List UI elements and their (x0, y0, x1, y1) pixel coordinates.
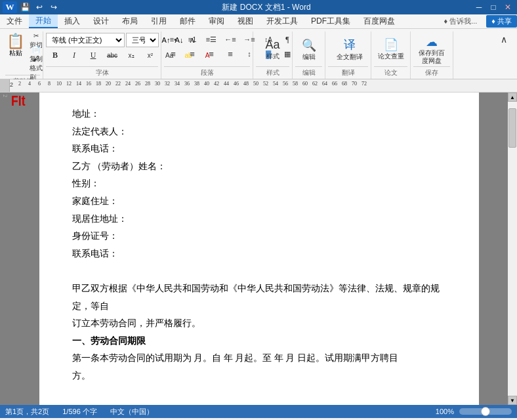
ribbon: 📋 粘贴 ✂ 剪切 📄 复制 🖌 (0, 29, 517, 79)
copy-icon: 📄 (32, 46, 40, 53)
multilevel-button[interactable]: ≡☰ (202, 33, 220, 46)
zoom-level: 100% (436, 408, 454, 415)
menu-home[interactable]: 开始 (29, 14, 58, 28)
legal-basis-line: 甲乙双方根据《中华人民共和国劳动和《中华人民共和国劳动法》等法律、法规、规章的规… (72, 280, 440, 315)
menu-share[interactable]: ♦ 共享 (486, 15, 517, 28)
title-bar: W 💾 ↩ ↪ 新建 DOCX 文档1 - Word ─ □ ✕ (0, 0, 517, 14)
word-icon: W (3, 1, 17, 13)
translate-label: 翻译 (328, 66, 368, 77)
quick-undo-btn[interactable]: ↩ (33, 1, 46, 13)
address-line: 地址： (72, 106, 440, 123)
search-icon: 🔍 (302, 38, 316, 52)
numbering-button[interactable]: ≡1 (183, 33, 201, 46)
font-name-selector[interactable]: 等线 (中文正文) (46, 33, 125, 47)
menu-references[interactable]: 引用 (144, 14, 173, 28)
styles-icon: Aa (265, 38, 279, 52)
menu-pdf-tools[interactable]: PDF工具集 (304, 14, 357, 28)
align-left-button[interactable]: ≡ (164, 47, 182, 60)
left-gutter: 2 (0, 93, 10, 405)
bold-button[interactable]: B (46, 49, 64, 62)
home-address-line: 家庭住址： (72, 193, 440, 211)
collapse-ribbon-button[interactable]: ∧ (495, 33, 513, 46)
party-b-line: 乙方 （劳动者）姓名： (72, 158, 440, 176)
justify-button[interactable]: ≡ (221, 47, 239, 60)
menu-mailings[interactable]: 邮件 (173, 14, 202, 28)
translate-icon: 译 (344, 37, 356, 52)
menu-ask[interactable]: ♦ 告诉我... (437, 15, 484, 28)
cloud-save-icon: ☁ (426, 35, 438, 49)
subscript-button[interactable]: x₂ (122, 49, 140, 62)
paragraph-label: 段落 (164, 66, 250, 77)
editing-button[interactable]: 🔍 编辑 (295, 33, 322, 66)
zoom-slider[interactable] (459, 408, 512, 415)
save-label: 保存 (413, 66, 450, 77)
id-number-line: 身份证号： (72, 228, 440, 245)
paper-proofread-button[interactable]: 📄 论文查重 (373, 33, 409, 66)
format-painter-button[interactable]: 🖌 格式刷 (27, 62, 45, 75)
decrease-indent-button[interactable]: ←≡ (221, 33, 239, 46)
align-right-button[interactable]: ≡ (202, 47, 220, 60)
window-title: 新建 DOCX 文档1 - Word (62, 2, 471, 13)
menu-file[interactable]: 文件 (0, 14, 29, 28)
commitment-line: 订立本劳动合同，并严格履行。 (72, 315, 440, 333)
font-size-selector[interactable]: 三号 (126, 33, 159, 47)
superscript-button[interactable]: x² (141, 49, 159, 62)
page-container: FIt 地址： 法定代表人： 联系电话： 乙方 （劳动者）姓名： 性别： 家庭住… (10, 93, 508, 405)
current-address-line: 现居住地址： (72, 211, 440, 228)
scroll-track (508, 102, 517, 396)
bullets-button[interactable]: ≡• (164, 33, 182, 46)
empty-line (72, 262, 440, 280)
scroll-up-button[interactable]: ▲ (508, 93, 517, 102)
save-to-cloud-button[interactable]: ☁ 保存到百度网盘 (413, 33, 450, 66)
save-section: ☁ 保存到百度网盘 保存 (411, 32, 453, 79)
ruler-left-indent (0, 79, 10, 92)
phone-line-2: 联系电话： (72, 245, 440, 263)
paste-label: 粘贴 (9, 49, 22, 58)
fit-text-label: FIt (11, 93, 26, 110)
menu-review[interactable]: 审阅 (202, 14, 231, 28)
menu-view[interactable]: 视图 (231, 14, 260, 28)
menu-baidu-pan[interactable]: 百度网盘 (357, 14, 402, 28)
paste-icon: 📋 (7, 34, 24, 49)
zoom-thumb[interactable] (481, 407, 490, 416)
menu-layout[interactable]: 布局 (115, 14, 144, 28)
quick-redo-btn[interactable]: ↪ (47, 1, 60, 13)
quick-save-btn[interactable]: 💾 (18, 1, 31, 13)
page-number-indicator: 2 (2, 94, 8, 97)
paper-section: 📄 论文查重 论文 (371, 32, 411, 79)
underline-button[interactable]: U (84, 49, 102, 62)
paste-button[interactable]: 📋 粘贴 (5, 33, 26, 75)
editing-section: 🔍 编辑 编辑 (293, 32, 325, 79)
ruler-body: 2 24681012141618202224262830323436384042… (10, 79, 517, 92)
scroll-down-button[interactable]: ▼ (508, 396, 517, 405)
translate-section: 译 全文翻译 翻译 (325, 32, 371, 79)
scroll-thumb[interactable] (508, 108, 516, 148)
menu-developer[interactable]: 开发工具 (260, 14, 304, 28)
format-painter-icon: 🖌 (33, 55, 39, 62)
maximize-btn[interactable]: □ (487, 1, 500, 13)
strikethrough-button[interactable]: abc (103, 49, 121, 62)
page-info: 第1页，共2页 (5, 407, 49, 417)
styles-button[interactable]: Aa 样式 (256, 33, 289, 66)
legal-rep-line: 法定代表人： (72, 123, 440, 141)
party-line: 方。 (72, 368, 440, 385)
status-right: 100% (436, 408, 512, 415)
close-btn[interactable]: ✕ (501, 1, 514, 13)
italic-button[interactable]: I (65, 49, 83, 62)
section-title-line: 一、劳动合同期限 (72, 333, 440, 350)
document-area: 2 FIt 地址： 法定代表人： 联系电话： 乙方 （劳动者）姓名： 性别： 家… (0, 93, 517, 405)
phone-line-1: 联系电话： (72, 140, 440, 158)
clipboard-section: 📋 粘贴 ✂ 剪切 📄 复制 🖌 (3, 32, 43, 79)
minimize-btn[interactable]: ─ (472, 1, 486, 13)
ruler: 2 24681012141618202224262830323436384042… (0, 79, 517, 93)
document-page[interactable]: 地址： 法定代表人： 联系电话： 乙方 （劳动者）姓名： 性别： 家庭住址： 现… (39, 93, 479, 405)
word-count: 1/596 个字 (62, 407, 97, 417)
full-translate-button[interactable]: 译 全文翻译 (328, 33, 371, 66)
menu-design[interactable]: 设计 (87, 14, 115, 28)
menu-insert[interactable]: 插入 (58, 14, 87, 28)
vertical-scrollbar[interactable]: ▲ ▼ (508, 93, 517, 405)
font-label: 字体 (46, 66, 158, 77)
styles-label: 样式 (256, 66, 289, 77)
align-center-button[interactable]: ≡ (183, 47, 201, 60)
paper-label: 论文 (374, 66, 407, 77)
